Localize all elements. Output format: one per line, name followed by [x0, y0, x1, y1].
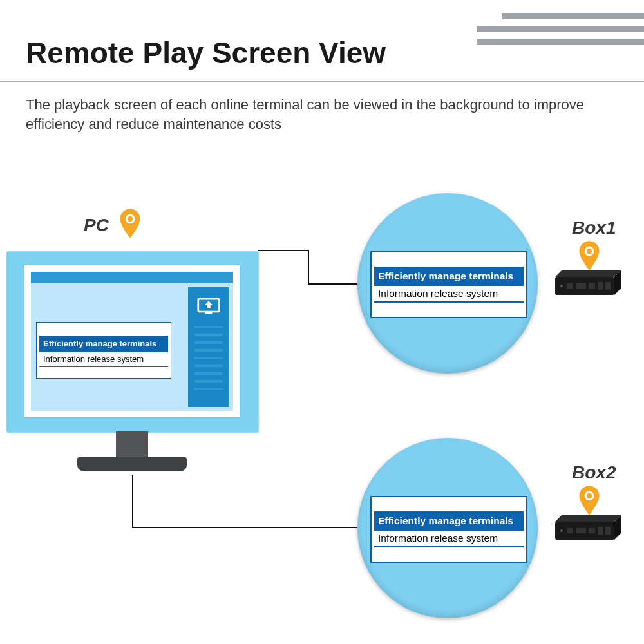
svg-point-9 — [560, 285, 563, 287]
svg-rect-14 — [605, 282, 611, 290]
conn-line — [308, 283, 359, 285]
svg-point-20 — [560, 529, 563, 532]
hw-box-icon — [553, 514, 623, 542]
location-pin-icon — [119, 209, 141, 238]
location-pin-icon — [578, 486, 600, 515]
conn-line — [132, 475, 133, 527]
terminal2-card-title: Efficiently manage terminals — [374, 511, 524, 531]
svg-rect-21 — [567, 528, 573, 533]
svg-marker-6 — [555, 270, 621, 277]
pc-card-title: Efficiently manage terminals — [39, 336, 168, 352]
svg-rect-23 — [589, 528, 595, 533]
accent-bars — [477, 13, 644, 52]
terminal1-card: Efficiently manage terminals Information… — [370, 251, 527, 318]
share-screen-icon — [197, 296, 220, 316]
conn-line — [308, 250, 309, 283]
accent-bar — [477, 39, 644, 45]
pc-illustration: PC — [6, 225, 264, 433]
title-underline — [0, 80, 644, 82]
hw-box-icon — [553, 269, 623, 298]
terminal2-card: Efficiently manage terminals Information… — [370, 496, 527, 563]
terminal2-card-sub: Information release system — [374, 531, 524, 547]
svg-point-1 — [128, 216, 133, 222]
terminal-circle-1: Efficiently manage terminals Information… — [357, 193, 538, 374]
page-title: Remote Play Screen View — [26, 35, 386, 70]
terminal1-card-title: Efficiently manage terminals — [374, 267, 524, 286]
box1-label: Box1 — [572, 218, 616, 238]
svg-marker-17 — [555, 515, 621, 522]
page-subtitle: The playback screen of each online termi… — [26, 95, 605, 133]
pc-label: PC — [84, 215, 109, 236]
conn-line — [258, 250, 309, 251]
svg-rect-3 — [205, 312, 213, 314]
accent-bar — [502, 13, 644, 19]
terminal-circle-2: Efficiently manage terminals Information… — [357, 438, 538, 618]
pc-card-sub: Information release system — [39, 352, 168, 367]
pc-card: Efficiently manage terminals Information… — [36, 322, 171, 379]
svg-point-5 — [587, 249, 592, 254]
box2-label: Box2 — [572, 462, 616, 483]
svg-rect-10 — [567, 283, 573, 289]
svg-point-16 — [587, 493, 592, 499]
monitor: Efficiently manage terminals Information… — [6, 251, 258, 433]
svg-rect-11 — [576, 283, 586, 289]
svg-rect-22 — [576, 528, 586, 533]
svg-rect-24 — [598, 527, 603, 535]
location-pin-icon — [578, 241, 600, 270]
accent-bar — [477, 26, 644, 32]
svg-rect-12 — [589, 283, 595, 289]
terminal1-card-sub: Information release system — [374, 286, 524, 303]
svg-rect-13 — [598, 282, 603, 290]
conn-line — [132, 527, 360, 528]
svg-rect-25 — [605, 527, 611, 535]
